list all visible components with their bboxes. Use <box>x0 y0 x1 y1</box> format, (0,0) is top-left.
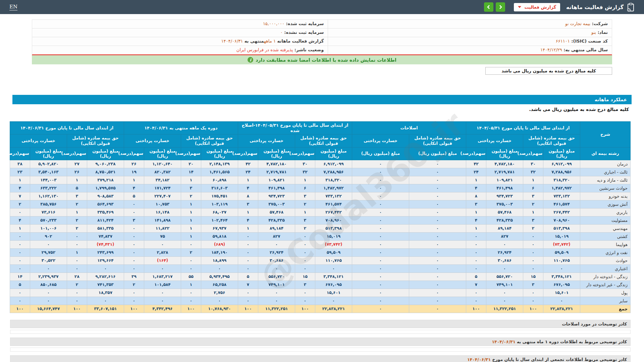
column-group-header-2: از ابتدای سال مالی تا پایان مورخ ۱۴۰۴/۰۵… <box>238 122 352 134</box>
info-cell-right-3: سال مالی منتهی به: ۱۴۰۴/۱۲/۲۹ <box>328 46 612 54</box>
data-cell: ۱ <box>523 176 543 184</box>
data-cell: ۰ <box>10 297 30 305</box>
table-row: زندگی - غیر اندوخته دار۶۷۶,۰۹۵۳۷۴۹,۱۰۱۷۰… <box>10 281 630 289</box>
data-cell: ۷۵ <box>144 232 181 240</box>
data-cell: ۳۳,۶۰۷,۱۵۱ <box>87 305 124 313</box>
data-cell: ۰ <box>181 240 201 248</box>
data-cell: ۰ <box>486 297 523 305</box>
data-cell: ۴,۷۸۲,۱۸۰ <box>258 160 295 168</box>
report-type-dropdown[interactable]: گزارش فعالیت <box>514 3 560 11</box>
data-cell: ۰ <box>10 256 30 264</box>
data-cell: ۱۰۳,۱۱۹ <box>201 200 238 208</box>
data-cell: ۱۵ <box>523 273 543 281</box>
data-cell: ۱ <box>181 176 201 184</box>
data-cell: ۱ <box>181 216 201 224</box>
data-cell: ۶۸,۰۲۷ <box>201 208 238 216</box>
data-cell: ۳۲ <box>523 168 543 176</box>
data-cell: ۴۲۸,۳۳۵ <box>258 216 295 224</box>
data-cell: ۷ <box>466 281 486 289</box>
footnote-bar-1: کادر توضیحی مربوط به اطلاعات دوره ۱ ماه … <box>10 338 631 346</box>
data-cell: ۲۲,۸۳۸,۲۲۱ <box>315 305 352 313</box>
data-cell: ۰ <box>258 264 295 273</box>
column-header-insurance-line: رشته بیمه اي <box>580 147 631 160</box>
data-cell: ۳,۳۴۸,۱۲۱ <box>543 273 580 281</box>
data-cell: ۰ <box>144 297 181 305</box>
data-cell: ۰ <box>295 256 315 264</box>
data-cell: ۴۲ <box>238 160 258 168</box>
data-cell: ۰ <box>466 256 486 264</box>
row-label: مسئولیت <box>580 216 631 224</box>
data-cell: ۰ <box>144 240 181 248</box>
data-cell: ۷,۲۸۸,۹۵۶ <box>315 168 352 176</box>
data-cell: ۴۶۱,۴۹۸ <box>258 184 295 192</box>
data-cell: ۲,۱۴۸,۱۳۹ <box>201 160 238 168</box>
info-cell-left-0: سرمایه ثبت شده: ۱۵,۰۰۰,۰۰۰ <box>32 20 328 28</box>
info-row: سال مالی منتهی به: ۱۴۰۴/۱۲/۲۹وضعیت ناشر:… <box>32 46 612 54</box>
data-cell: ۱۰۰ <box>181 305 201 313</box>
data-cell: ۲۲,۸۳۸,۲۲۱ <box>543 305 580 313</box>
data-cell: ۲,۲۳۹,۹۳۷ <box>30 273 67 281</box>
data-cell: ۳ <box>295 281 315 289</box>
data-cell: ۱ <box>466 208 486 216</box>
data-cell: ۳ <box>466 200 486 208</box>
previous-report-button[interactable] <box>484 2 493 12</box>
info-value: ۰ <box>280 30 283 35</box>
data-cell: ۲ <box>67 224 87 232</box>
data-cell: ۰ <box>238 297 258 305</box>
data-cell: ۱ <box>523 208 543 216</box>
info-cell-left-2: گزارش فعالیت ماهانه ۱ ماههمنتهی به ۱۴۰۴/… <box>32 37 328 46</box>
data-cell: ۳۰,۵۲۲ <box>30 256 67 264</box>
column-header-premium-1: حق بیمه صادره (شامل قبولی اتکایی) <box>409 134 466 147</box>
data-cell: ۱ <box>295 208 315 216</box>
data-cell: ۶۵,۲۵۸ <box>201 281 238 289</box>
data-cell: ۲۸ <box>67 273 87 281</box>
data-cell: ۰ <box>409 184 466 192</box>
data-cell: ۷۰۸,۹۶۰ <box>543 216 580 224</box>
data-cell: (۷۴,۴۳۱) <box>87 240 124 248</box>
data-cell: ۰ <box>258 297 295 305</box>
data-cell: ۰ <box>67 297 87 305</box>
data-cell: ۸۲۷ <box>486 232 523 240</box>
data-cell: ۱ <box>181 224 201 232</box>
data-cell: ۰ <box>409 216 466 224</box>
report-type-dropdown-label: گزارش فعالیت <box>524 5 556 10</box>
data-cell: ۰ <box>30 297 67 305</box>
data-cell: ۱ <box>295 176 315 184</box>
data-cell: ۵۸۱,۳۳۵ <box>87 224 124 232</box>
footnote-date: ۱۴۰۴/۰۶/۳۱ <box>467 357 491 362</box>
column-header-claims-3: خسارت پرداختی <box>124 134 181 147</box>
data-cell: ۱۱,۸۲۲ <box>144 224 181 232</box>
data-cell: ۱ <box>67 208 87 216</box>
footnote-text: کادر توضیحی مربوط اطلاعات تجمعی از ابتدا… <box>491 357 627 362</box>
data-cell: ۰ <box>124 297 144 305</box>
data-cell: ۶,۹۱۲,۰۹۹ <box>543 160 580 168</box>
footnote-date: ۱۴۰۴/۰۶/۳۱ <box>492 339 515 344</box>
data-cell: ۴ <box>124 184 144 192</box>
data-cell: ۵۱۳,۳۹۸ <box>543 224 580 232</box>
table-row: زندگی - اندوخته دار۳,۳۴۸,۱۲۱۱۵۵۵۶,۷۲۰۵۰۰… <box>10 273 630 281</box>
data-cell: ۰ <box>295 232 315 240</box>
next-report-button[interactable] <box>496 2 505 12</box>
data-cell: ۴ <box>10 216 30 224</box>
data-cell: ۰ <box>409 240 466 248</box>
info-label: شرکت: <box>590 21 608 26</box>
row-label: سایر <box>580 297 631 305</box>
data-cell: ۲۷ <box>67 160 87 168</box>
row-label: درمان <box>580 160 631 168</box>
data-cell: ۲ <box>523 224 543 232</box>
data-cell: ۱۰۹,۸۲۱ <box>258 176 295 184</box>
data-cell: ۰ <box>124 248 144 256</box>
data-cell: ۳ <box>295 216 315 224</box>
column-header-measure-0-1: سهم(درصد) <box>523 147 543 160</box>
data-cell: ۱۱,۳۲۲,۲۵۱ <box>258 305 295 313</box>
row-label: زندگی - اندوخته دار <box>580 273 631 281</box>
data-cell: ۵۷,۴۶۸ <box>258 208 295 216</box>
data-cell: ۳۸۵,۷۵۶ <box>30 200 67 208</box>
data-cell: ۴ <box>466 184 486 192</box>
footnotes-section: کادر توضیحات در مورد اصلاحاتکادر توضیحی … <box>10 320 631 362</box>
language-toggle[interactable]: EN <box>9 4 17 10</box>
data-cell: ۰ <box>238 264 258 273</box>
data-cell: ۱,۷۹۹,۵۷۵ <box>87 184 124 192</box>
header-row-subgroups: حق بیمه صادره (شامل قبولی اتکایی)خسارت پ… <box>10 134 630 147</box>
data-cell: ۰ <box>315 264 352 273</box>
